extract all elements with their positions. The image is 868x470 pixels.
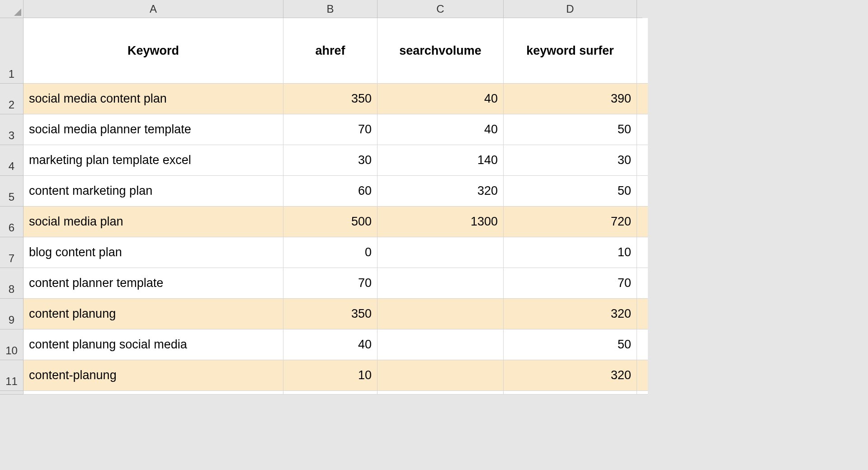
cell-B5[interactable]: 60	[283, 176, 377, 207]
cell-D6[interactable]: 720	[504, 207, 637, 237]
col-header-B[interactable]: B	[283, 0, 377, 18]
cell-extra-11[interactable]	[637, 360, 648, 391]
cell-D3[interactable]: 50	[504, 114, 637, 145]
cell-D4[interactable]: 30	[504, 145, 637, 176]
cell-A3[interactable]: social media planner template	[24, 114, 283, 145]
cell-C11[interactable]	[377, 360, 504, 391]
col-header-A[interactable]: A	[24, 0, 283, 18]
cell-extra-8[interactable]	[637, 268, 648, 299]
cell-D9[interactable]: 320	[504, 299, 637, 329]
cell-C1[interactable]: searchvolume	[377, 18, 504, 84]
cell-A7[interactable]: blog content plan	[24, 237, 283, 268]
row-header-8[interactable]: 8	[0, 268, 24, 299]
row-header-9[interactable]: 9	[0, 299, 24, 329]
row-header-1[interactable]: 1	[0, 18, 24, 84]
col-header-D[interactable]: D	[504, 0, 637, 18]
cell-extra-3[interactable]	[637, 114, 648, 145]
col-header-C[interactable]: C	[377, 0, 504, 18]
cell-A9[interactable]: content planung	[24, 299, 283, 329]
cell-A11[interactable]: content-planung	[24, 360, 283, 391]
cell-C8[interactable]	[377, 268, 504, 299]
cell-A8[interactable]: content planner template	[24, 268, 283, 299]
cell-B8[interactable]: 70	[283, 268, 377, 299]
cell-B6[interactable]: 500	[283, 207, 377, 237]
cell-B2[interactable]: 350	[283, 84, 377, 114]
cell-B3[interactable]: 70	[283, 114, 377, 145]
cell-A4[interactable]: marketing plan template excel	[24, 145, 283, 176]
cell-C10[interactable]	[377, 329, 504, 360]
cell-C4[interactable]: 140	[377, 145, 504, 176]
cell-A12[interactable]	[24, 391, 283, 395]
row-header-3[interactable]: 3	[0, 114, 24, 145]
cell-D5[interactable]: 50	[504, 176, 637, 207]
cell-B1[interactable]: ahref	[283, 18, 377, 84]
cell-extra-10[interactable]	[637, 329, 648, 360]
cell-D12[interactable]	[504, 391, 637, 395]
cell-extra-1[interactable]	[637, 18, 648, 84]
cell-A5[interactable]: content marketing plan	[24, 176, 283, 207]
cell-B10[interactable]: 40	[283, 329, 377, 360]
cell-C2[interactable]: 40	[377, 84, 504, 114]
cell-A6[interactable]: social media plan	[24, 207, 283, 237]
cell-D8[interactable]: 70	[504, 268, 637, 299]
cell-D1[interactable]: keyword surfer	[504, 18, 637, 84]
cell-B4[interactable]: 30	[283, 145, 377, 176]
col-header-extra[interactable]	[637, 0, 642, 18]
cell-extra-9[interactable]	[637, 299, 648, 329]
cell-C3[interactable]: 40	[377, 114, 504, 145]
cell-A10[interactable]: content planung social media	[24, 329, 283, 360]
cell-extra-5[interactable]	[637, 176, 648, 207]
row-header-6[interactable]: 6	[0, 207, 24, 237]
cell-C6[interactable]: 1300	[377, 207, 504, 237]
cell-A2[interactable]: social media content plan	[24, 84, 283, 114]
cell-C12[interactable]	[377, 391, 504, 395]
spreadsheet-grid: A B C D 1 Keyword ahref searchvolume key…	[0, 0, 868, 395]
row-header-5[interactable]: 5	[0, 176, 24, 207]
row-header-4[interactable]: 4	[0, 145, 24, 176]
cell-D10[interactable]: 50	[504, 329, 637, 360]
cell-A1[interactable]: Keyword	[24, 18, 283, 84]
cell-C9[interactable]	[377, 299, 504, 329]
row-header-7[interactable]: 7	[0, 237, 24, 268]
cell-B9[interactable]: 350	[283, 299, 377, 329]
row-header-12[interactable]	[0, 391, 24, 395]
row-header-2[interactable]: 2	[0, 84, 24, 114]
row-header-10[interactable]: 10	[0, 329, 24, 360]
cell-extra-2[interactable]	[637, 84, 648, 114]
cell-B11[interactable]: 10	[283, 360, 377, 391]
cell-D7[interactable]: 10	[504, 237, 637, 268]
cell-C7[interactable]	[377, 237, 504, 268]
row-header-11[interactable]: 11	[0, 360, 24, 391]
cell-B12[interactable]	[283, 391, 377, 395]
cell-extra-4[interactable]	[637, 145, 648, 176]
cell-C5[interactable]: 320	[377, 176, 504, 207]
cell-extra-7[interactable]	[637, 237, 648, 268]
cell-extra-6[interactable]	[637, 207, 648, 237]
cell-extra-12[interactable]	[637, 391, 648, 395]
cell-D11[interactable]: 320	[504, 360, 637, 391]
cell-D2[interactable]: 390	[504, 84, 637, 114]
select-all-corner[interactable]	[0, 0, 24, 18]
cell-B7[interactable]: 0	[283, 237, 377, 268]
